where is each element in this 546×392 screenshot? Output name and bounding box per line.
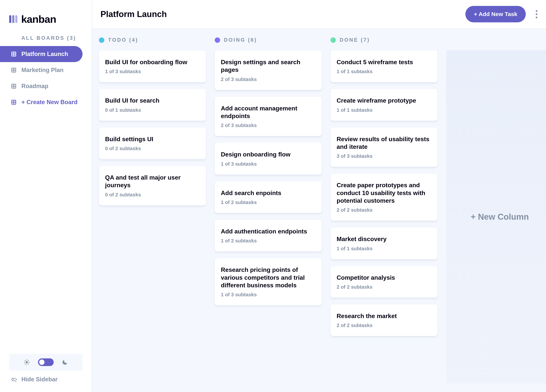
theme-switch-knob bbox=[39, 359, 45, 365]
task-subtasks: 1 of 2 subtasks bbox=[221, 199, 316, 205]
board-menu-icon[interactable] bbox=[536, 10, 538, 18]
task-subtasks: 1 of 1 subtasks bbox=[337, 246, 431, 252]
board-title: Platform Launch bbox=[100, 9, 459, 19]
boards-nav: Platform LaunchMarketing PlanRoadmap+ Cr… bbox=[0, 46, 92, 110]
task-title: Build settings UI bbox=[105, 135, 200, 143]
task-title: Review results of usability tests and it… bbox=[337, 135, 431, 151]
svg-line-5 bbox=[25, 360, 26, 361]
sun-icon bbox=[24, 359, 30, 366]
board-icon bbox=[11, 99, 16, 105]
task-card[interactable]: Add account management endpoints2 of 3 s… bbox=[215, 97, 322, 136]
task-card[interactable]: Design onboarding flow1 of 3 subtasks bbox=[215, 143, 322, 174]
task-title: QA and test all major user journeys bbox=[105, 174, 200, 189]
logo: kanban bbox=[0, 0, 92, 29]
task-subtasks: 2 of 3 subtasks bbox=[221, 76, 316, 82]
task-card[interactable]: Research pricing points of various compe… bbox=[215, 258, 322, 305]
create-board-button[interactable]: + Create New Board bbox=[0, 94, 83, 110]
task-subtasks: 2 of 2 subtasks bbox=[337, 284, 431, 290]
board-icon bbox=[11, 51, 16, 57]
task-card[interactable]: Build UI for onboarding flow1 of 3 subta… bbox=[99, 51, 206, 82]
sidebar-board-label: Roadmap bbox=[21, 83, 48, 90]
column-name: DONE (7) bbox=[340, 37, 370, 43]
hide-sidebar-button[interactable]: Hide Sidebar bbox=[9, 376, 83, 383]
theme-switch[interactable] bbox=[38, 358, 54, 366]
task-card[interactable]: Market discovery1 of 1 subtasks bbox=[331, 228, 437, 259]
topbar: Platform Launch + Add New Task bbox=[92, 0, 546, 29]
sidebar-board-label: Platform Launch bbox=[21, 51, 68, 58]
all-boards-label: ALL BOARDS (3) bbox=[0, 29, 92, 46]
task-card[interactable]: Create wireframe prototype1 of 1 subtask… bbox=[331, 89, 437, 121]
task-subtasks: 1 of 1 subtasks bbox=[337, 107, 431, 113]
task-title: Add account management endpoints bbox=[221, 105, 316, 120]
task-card[interactable]: Competitor analysis2 of 2 subtasks bbox=[331, 266, 437, 298]
column-header: DOING (6) bbox=[215, 37, 322, 44]
task-subtasks: 1 of 2 subtasks bbox=[221, 238, 316, 244]
task-title: Conduct 5 wireframe tests bbox=[337, 58, 431, 66]
task-card[interactable]: Design settings and search pages2 of 3 s… bbox=[215, 51, 322, 90]
column: TODO (4)Build UI for onboarding flow1 of… bbox=[99, 37, 206, 205]
task-subtasks: 1 of 3 subtasks bbox=[105, 69, 200, 74]
hide-sidebar-label: Hide Sidebar bbox=[21, 376, 58, 383]
task-title: Create paper prototypes and conduct 10 u… bbox=[337, 181, 431, 204]
task-subtasks: 1 of 3 subtasks bbox=[221, 161, 316, 167]
add-task-button[interactable]: + Add New Task bbox=[465, 6, 526, 22]
task-title: Create wireframe prototype bbox=[337, 97, 431, 104]
svg-point-0 bbox=[26, 361, 28, 363]
main: Platform Launch + Add New Task TODO (4)B… bbox=[92, 0, 546, 392]
sidebar-board-label: Marketing Plan bbox=[21, 67, 64, 73]
task-subtasks: 3 of 3 subtasks bbox=[337, 153, 431, 159]
create-board-label: + Create New Board bbox=[21, 99, 78, 106]
task-subtasks: 0 of 1 subtasks bbox=[105, 107, 200, 113]
logo-icon bbox=[9, 15, 17, 23]
task-title: Research pricing points of various compe… bbox=[221, 266, 316, 289]
task-subtasks: 2 of 2 subtasks bbox=[337, 322, 431, 328]
task-subtasks: 0 of 2 subtasks bbox=[105, 146, 200, 151]
column-header: TODO (4) bbox=[99, 37, 206, 44]
svg-line-8 bbox=[28, 360, 29, 361]
task-card[interactable]: Research the market2 of 2 subtasks bbox=[331, 305, 437, 336]
task-title: Add authentication endpoints bbox=[221, 228, 316, 235]
svg-line-7 bbox=[25, 364, 26, 364]
task-subtasks: 1 of 3 subtasks bbox=[221, 292, 316, 298]
task-card[interactable]: Create paper prototypes and conduct 10 u… bbox=[331, 174, 437, 221]
theme-toggle bbox=[9, 354, 83, 371]
task-card[interactable]: Conduct 5 wireframe tests1 of 1 subtasks bbox=[331, 51, 437, 82]
task-title: Research the market bbox=[337, 312, 431, 320]
board-icon bbox=[11, 84, 16, 89]
sidebar-board-item[interactable]: Marketing Plan bbox=[0, 62, 83, 78]
task-card[interactable]: Add search enpoints1 of 2 subtasks bbox=[215, 182, 322, 213]
task-card[interactable]: Review results of usability tests and it… bbox=[331, 128, 437, 167]
task-title: Add search enpoints bbox=[221, 189, 316, 197]
sidebar-board-item[interactable]: Platform Launch bbox=[0, 46, 83, 62]
task-title: Market discovery bbox=[337, 235, 431, 243]
column: DONE (7)Conduct 5 wireframe tests1 of 1 … bbox=[331, 37, 437, 336]
task-subtasks: 2 of 2 subtasks bbox=[337, 207, 431, 213]
column-name: TODO (4) bbox=[108, 37, 138, 43]
new-column-button[interactable]: + New Column bbox=[446, 50, 546, 384]
task-title: Competitor analysis bbox=[337, 274, 431, 281]
task-subtasks: 0 of 2 subtasks bbox=[105, 192, 200, 198]
task-card[interactable]: QA and test all major user journeys0 of … bbox=[99, 166, 206, 205]
svg-line-6 bbox=[28, 364, 29, 364]
task-subtasks: 1 of 1 subtasks bbox=[337, 69, 431, 74]
eye-slash-icon bbox=[11, 377, 17, 382]
task-title: Build UI for search bbox=[105, 97, 200, 104]
task-title: Design settings and search pages bbox=[221, 58, 316, 74]
moon-icon bbox=[62, 359, 68, 366]
column-color-dot bbox=[331, 38, 336, 43]
column-header: DONE (7) bbox=[331, 37, 437, 44]
task-card[interactable]: Build UI for search0 of 1 subtasks bbox=[99, 89, 206, 121]
column-name: DOING (6) bbox=[224, 37, 257, 43]
sidebar: kanban ALL BOARDS (3) Platform LaunchMar… bbox=[0, 0, 92, 392]
task-title: Design onboarding flow bbox=[221, 150, 316, 158]
logo-text: kanban bbox=[21, 13, 56, 25]
column: DOING (6)Design settings and search page… bbox=[215, 37, 322, 305]
column-color-dot bbox=[215, 38, 220, 43]
board-icon bbox=[11, 67, 16, 73]
task-subtasks: 2 of 3 subtasks bbox=[221, 123, 316, 128]
task-card[interactable]: Build settings UI0 of 2 subtasks bbox=[99, 128, 206, 159]
task-title: Build UI for onboarding flow bbox=[105, 58, 200, 66]
task-card[interactable]: Add authentication endpoints1 of 2 subta… bbox=[215, 220, 322, 251]
sidebar-board-item[interactable]: Roadmap bbox=[0, 78, 83, 94]
board-columns: TODO (4)Build UI for onboarding flow1 of… bbox=[92, 29, 546, 392]
